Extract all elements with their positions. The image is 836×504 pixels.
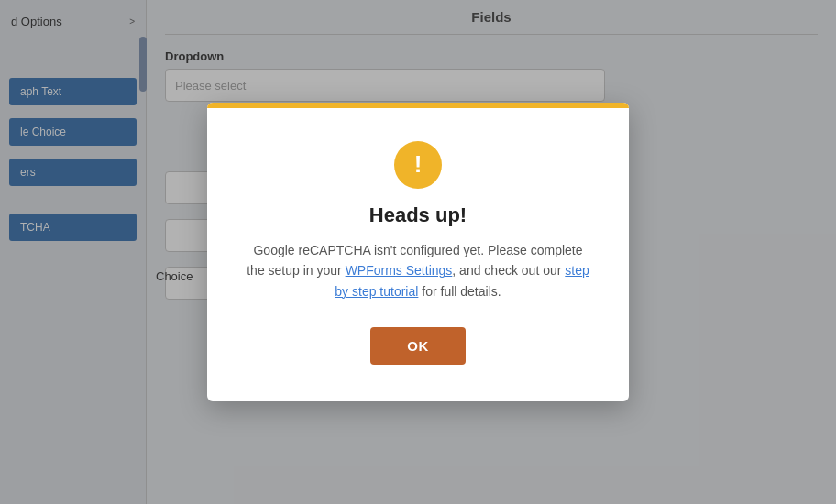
alert-modal: ! Heads up! Google reCAPTCHA isn't confi…: [207, 103, 629, 401]
ok-button[interactable]: OK: [370, 327, 466, 365]
modal-body: ! Heads up! Google reCAPTCHA isn't confi…: [207, 108, 629, 401]
modal-title: Heads up!: [244, 203, 592, 227]
modal-message: Google reCAPTCHA isn't configured yet. P…: [244, 240, 592, 301]
wpforms-settings-link[interactable]: WPForms Settings: [346, 263, 453, 278]
modal-message-part3: for full details.: [418, 284, 500, 299]
modal-overlay: ! Heads up! Google reCAPTCHA isn't confi…: [0, 0, 836, 504]
warning-icon: !: [394, 141, 442, 189]
modal-icon-wrap: !: [244, 141, 592, 189]
modal-message-part2: , and check out our: [452, 263, 565, 278]
